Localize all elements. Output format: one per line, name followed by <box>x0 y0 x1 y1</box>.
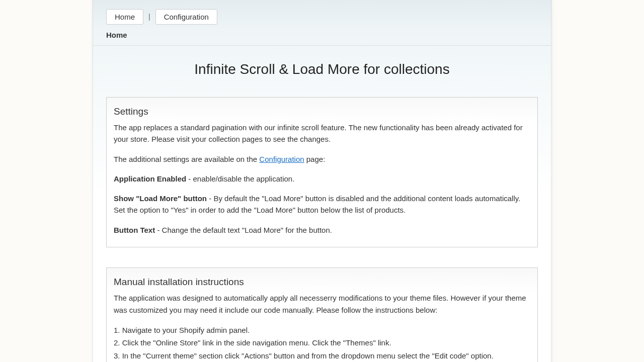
configuration-button[interactable]: Configuration <box>155 9 217 25</box>
additional-pre-text: The additional settings are available on… <box>114 155 259 163</box>
manual-install-card: Manual installation instructions The app… <box>106 267 538 362</box>
instruction-step-2: 2. Click the "Online Store" link in the … <box>114 336 530 349</box>
viewport: Home | Configuration Home Infinite Scrol… <box>0 0 644 362</box>
button-text-label: Button Text <box>114 226 155 234</box>
nav-separator: | <box>148 12 150 22</box>
app-enabled-desc: - enable/disable the application. <box>186 174 294 183</box>
settings-intro-text: The app replaces a standard pagination w… <box>114 122 530 145</box>
instructions-list: 1. Navigate to your Shopify admin panel.… <box>114 324 530 362</box>
settings-card: Settings The app replaces a standard pag… <box>106 97 538 247</box>
home-button[interactable]: Home <box>106 9 143 25</box>
setting-show-load-more: Show "Load More" button - By default the… <box>114 193 530 216</box>
settings-additional-text: The additional settings are available on… <box>114 153 530 165</box>
app-panel: Home | Configuration Home Infinite Scrol… <box>93 0 551 362</box>
content-area: Settings The app replaces a standard pag… <box>93 97 551 363</box>
app-enabled-label: Application Enabled <box>114 174 186 183</box>
setting-app-enabled: Application Enabled - enable/disable the… <box>114 173 530 185</box>
show-load-more-label: Show "Load More" button <box>114 194 207 203</box>
instruction-step-1: 1. Navigate to your Shopify admin panel. <box>114 324 530 337</box>
manual-card-title: Manual installation instructions <box>114 275 530 290</box>
settings-card-title: Settings <box>114 105 530 119</box>
top-nav: Home | Configuration <box>93 0 551 28</box>
button-text-desc: - Change the default text "Load More" fo… <box>155 226 332 234</box>
manual-intro-text: The application was designed to automati… <box>114 292 530 316</box>
additional-post-text: page: <box>304 155 326 163</box>
page-title: Infinite Scroll & Load More for collecti… <box>93 46 551 97</box>
breadcrumb: Home <box>93 28 551 46</box>
setting-button-text: Button Text - Change the default text "L… <box>114 224 530 236</box>
instruction-step-3: 3. In the "Current theme" section click … <box>114 349 530 362</box>
configuration-link[interactable]: Configuration <box>259 155 304 163</box>
